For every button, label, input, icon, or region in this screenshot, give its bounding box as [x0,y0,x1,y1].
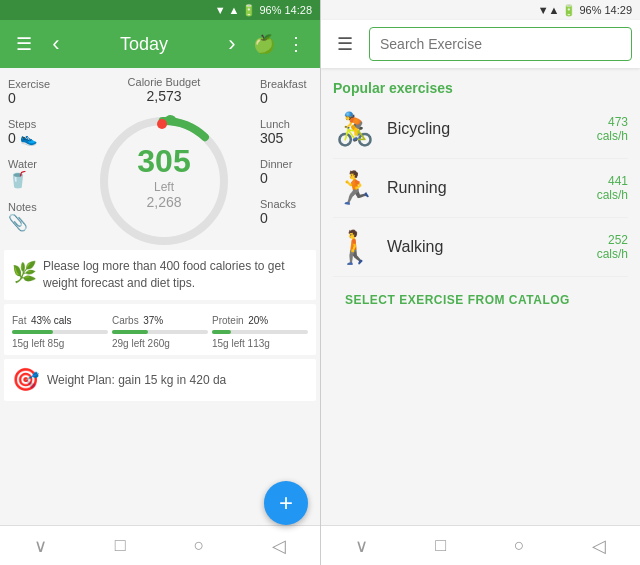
right-nav-back[interactable]: ◁ [592,535,606,557]
protein-macro: Protein 20% [212,310,308,336]
search-input[interactable] [380,36,621,52]
calorie-budget-label: Calorie Budget [128,76,201,88]
running-icon: 🏃 [333,169,377,207]
fat-bar-fill [12,330,53,334]
popular-section: Popular exercises 🚴 Bicycling 473 cals/h… [321,68,640,327]
right-screen: ▼▲ 🔋 96% 14:29 ☰ Popular exercises 🚴 Bic… [320,0,640,565]
forward-button[interactable]: › [216,28,248,60]
left-bottom-nav: ∨ □ ○ ◁ [0,525,320,565]
left-label: Left [137,180,190,194]
nav-chevron[interactable]: ∨ [34,535,47,557]
breakfast-stat[interactable]: Breakfast 0 [256,76,316,108]
steps-value: 0 👟 [8,130,37,146]
battery-icon: 🔋 [242,4,256,17]
running-cals-unit: cals/h [597,188,628,202]
walking-cals-unit: cals/h [597,247,628,261]
right-bottom-nav: ∨ □ ○ ◁ [321,525,640,565]
fat-pct: 43% cals [31,315,72,326]
right-signal-icon: ▼▲ [538,4,560,16]
macro-values-row: 15g left 85g 29g left 260g 15g left 113g [12,338,308,349]
message-icon: 🌿 [12,260,37,284]
time: 14:28 [284,4,312,16]
dinner-label: Dinner [260,158,292,170]
protein-values: 15g left 113g [212,338,308,349]
dinner-stat[interactable]: Dinner 0 [256,156,316,188]
lunch-value: 305 [260,130,283,146]
right-meal-stats: Breakfast 0 Lunch 305 Dinner 0 Snacks 0 [256,76,316,228]
bicycling-icon: 🚴 [333,110,377,148]
right-nav-bar: ☰ [321,20,640,68]
stats-container: Exercise 0 Steps 0 👟 Water 🥤 Notes 📎 [0,68,320,246]
nav-title: Today [72,34,216,55]
carbs-macro: Carbs 37% [112,310,208,336]
macro-labels-row: Fat 43% cals Carbs 37% Protein 20% [12,310,308,336]
water-icon: 🥤 [8,170,28,189]
calories-left: 2,268 [137,194,190,210]
weight-plan[interactable]: 🎯 Weight Plan: gain 15 kg in 420 da [4,359,316,401]
breakfast-label: Breakfast [260,78,306,90]
logo-icon: 🍏 [248,28,280,60]
notes-icon: 📎 [8,213,28,232]
steps-stat[interactable]: Steps 0 👟 [4,116,72,148]
water-label: Water [8,158,37,170]
battery-pct: 96% [259,4,281,16]
message-box: 🌿 Please log more than 400 food calories… [4,250,316,300]
nav-back[interactable]: ◁ [272,535,286,557]
main-content: Exercise 0 Steps 0 👟 Water 🥤 Notes 📎 [0,68,320,525]
protein-left: left 113g [231,338,269,349]
right-nav-chevron[interactable]: ∨ [355,535,368,557]
right-battery-pct: 96% [579,4,601,16]
running-item[interactable]: 🏃 Running 441 cals/h [333,159,628,218]
carbs-left: left 260g [131,338,169,349]
exercise-value: 0 [8,90,16,106]
steps-label: Steps [8,118,36,130]
bicycling-cals: 473 cals/h [597,115,628,143]
back-button[interactable]: ‹ [40,28,72,60]
right-menu-button[interactable]: ☰ [329,28,361,60]
fat-macro: Fat 43% cals [12,310,108,336]
macro-section: Fat 43% cals Carbs 37% Protein 20% [4,304,316,355]
bicycling-item[interactable]: 🚴 Bicycling 473 cals/h [333,100,628,159]
breakfast-value: 0 [260,90,268,106]
left-nav-bar: ☰ ‹ Today › 🍏 ⋮ [0,20,320,68]
exercise-stat[interactable]: Exercise 0 [4,76,72,108]
wifi-icon: ▲ [229,4,240,16]
calories-consumed: 305 [137,143,190,180]
water-stat[interactable]: Water 🥤 [4,156,72,191]
carbs-label: Carbs [112,315,139,326]
notes-label: Notes [8,201,37,213]
calorie-budget-value: 2,573 [128,88,201,104]
walking-icon: 🚶 [333,228,377,266]
svg-point-2 [157,119,167,129]
right-nav-circle[interactable]: ○ [514,535,525,556]
bicycling-cals-value: 473 [597,115,628,129]
left-screen: ▼ ▲ 🔋 96% 14:28 ☰ ‹ Today › 🍏 ⋮ Exercise… [0,0,320,565]
nav-square[interactable]: □ [115,535,126,556]
right-status-icons: ▼▲ 🔋 96% 14:29 [538,4,632,17]
running-name: Running [387,179,587,197]
menu-button[interactable]: ☰ [8,28,40,60]
running-cals: 441 cals/h [597,174,628,202]
protein-bar-bg [212,330,308,334]
walking-name: Walking [387,238,587,256]
left-status-bar: ▼ ▲ 🔋 96% 14:28 [0,0,320,20]
search-box[interactable] [369,27,632,61]
more-button[interactable]: ⋮ [280,28,312,60]
fat-left: left 85g [31,338,64,349]
fat-bar-bg [12,330,108,334]
bicycling-name: Bicycling [387,120,587,138]
lunch-stat[interactable]: Lunch 305 [256,116,316,148]
snacks-label: Snacks [260,198,296,210]
right-nav-square[interactable]: □ [435,535,446,556]
snacks-stat[interactable]: Snacks 0 [256,196,316,228]
lunch-label: Lunch [260,118,290,130]
nav-circle[interactable]: ○ [193,535,204,556]
snacks-value: 0 [260,210,268,226]
notes-stat[interactable]: Notes 📎 [4,199,72,234]
carbs-pct: 37% [143,315,163,326]
walking-item[interactable]: 🚶 Walking 252 cals/h [333,218,628,277]
fab-button[interactable]: + [264,481,308,525]
catalog-link[interactable]: SELECT EXERCISE FROM CATALOG [333,277,628,323]
status-icons: ▼ ▲ 🔋 96% 14:28 [215,4,312,17]
carbs-value: 29g [112,338,129,349]
